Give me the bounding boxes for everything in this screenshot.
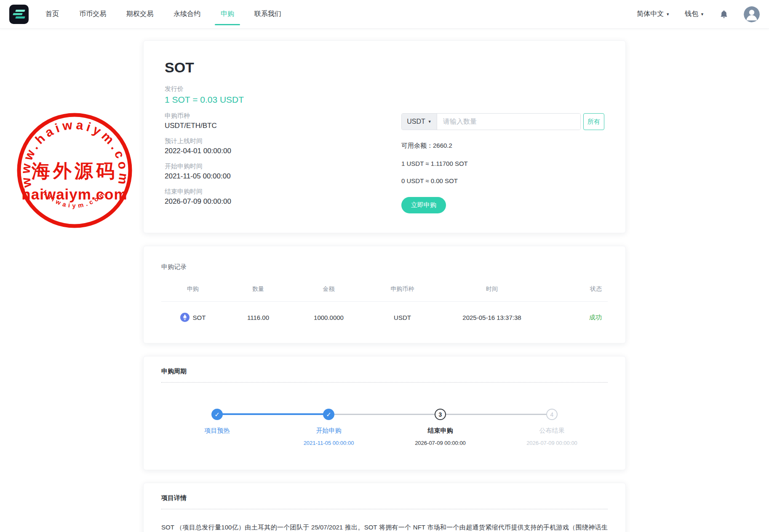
column-header: 数量: [224, 285, 292, 301]
currency-dropdown-value: USDT: [407, 118, 425, 125]
language-selector[interactable]: 简体中文 ▼: [637, 10, 670, 19]
dotted-divider: [161, 509, 608, 509]
end-time-label: 结束申购时间: [165, 188, 401, 196]
stamp-ring-text: www.haiwaiym.com: [18, 117, 131, 189]
caret-down-icon: ▼: [428, 120, 432, 124]
currency-dropdown[interactable]: USDT ▼: [402, 114, 437, 130]
column-header: 申购: [161, 285, 224, 301]
start-time-label: 开始申购时间: [165, 162, 401, 170]
details-title: 项目详情: [161, 494, 608, 502]
wallet-label: 钱包: [685, 10, 698, 19]
project-description: SOT （项目总发行量100亿）由土耳其的一个团队于 25/07/2021 推出…: [161, 521, 608, 532]
nav-item-perpetual[interactable]: 永续合约: [173, 7, 201, 21]
stamp-bottom-text: haiwaiym.com: [41, 189, 108, 209]
caret-down-icon: ▼: [700, 12, 704, 16]
nav-item-contact[interactable]: 联系我们: [254, 7, 282, 21]
pay-currency-value: USDT/ETH/BTC: [165, 122, 401, 130]
language-label: 简体中文: [637, 10, 664, 19]
records-card: 申购记录 申购 数量 金额 申购币种 时间 状态 SOT 1116.00: [143, 246, 626, 343]
timeline-step-end: 3 结束申购 2026-07-09 00:00:00: [384, 409, 496, 446]
app-logo-icon[interactable]: [9, 5, 29, 24]
start-time-value: 2021-11-05 00:00:00: [165, 172, 401, 181]
notification-bell-icon[interactable]: [719, 10, 729, 19]
svg-text:haiwaiym.com: haiwaiym.com: [41, 189, 108, 209]
eth-coin-icon: [180, 313, 190, 322]
record-currency: USDT: [366, 303, 439, 321]
records-table: 申购 数量 金额 申购币种 时间 状态 SOT 1116.00 1000.000…: [161, 285, 608, 322]
nav-item-options-trade[interactable]: 期权交易: [125, 7, 154, 21]
stamp-center-domain: haiwaiym.com: [21, 186, 127, 202]
record-amount: 1116.00: [224, 303, 292, 321]
column-header: 申购币种: [366, 285, 439, 301]
timeline-step-preheat: ✓ 项目预热: [161, 409, 273, 446]
logo-bar: [13, 13, 23, 15]
watermark-stamp: www.haiwaiym.com 海外源码 haiwaiym.com haiwa…: [15, 111, 134, 230]
step-label: 结束申购: [428, 427, 453, 435]
nav-right: 简体中文 ▼ 钱包 ▼: [637, 6, 760, 22]
rate-line-1: 1 USDT ≈ 1.11700 SOT: [401, 160, 604, 167]
all-button[interactable]: 所有: [583, 113, 604, 130]
column-header: 时间: [439, 285, 545, 301]
navbar: 首页 币币交易 期权交易 永续合约 申购 联系我们 简体中文 ▼ 钱包 ▼: [0, 0, 769, 29]
timeline-step-result: 4 公布结果 2026-07-09 00:00:00: [496, 409, 608, 446]
logo-bar: [15, 10, 25, 12]
cycle-title: 申购周期: [161, 367, 608, 375]
end-time-value: 2026-07-09 00:00:00: [165, 197, 401, 206]
details-card: 项目详情 SOT （项目总发行量100亿）由土耳其的一个团队于 25/07/20…: [143, 483, 626, 532]
purchase-panel: USDT ▼ 所有 可用余额：2660.2 1 USDT ≈ 1.11700 S…: [401, 113, 604, 213]
svg-text:www.haiwaiym.com: www.haiwaiym.com: [18, 117, 131, 189]
logo-bar: [15, 16, 25, 19]
record-total: 1000.0000: [292, 303, 366, 321]
step-number: 3: [435, 409, 446, 420]
records-title: 申购记录: [161, 263, 608, 271]
step-label: 公布结果: [539, 427, 565, 435]
record-coin-name: SOT: [193, 314, 206, 321]
subscription-card: SOT 发行价 1 SOT = 0.03 USDT 申购币种 USDT/ETH/…: [143, 40, 626, 233]
nav-menu: 首页 币币交易 期权交易 永续合约 申购 联系我们: [45, 7, 282, 21]
record-status-badge: 成功: [545, 303, 608, 322]
wallet-menu[interactable]: 钱包 ▼: [685, 10, 704, 19]
rate-line-2: 0 USDT ≈ 0.00 SOT: [401, 177, 604, 184]
dotted-divider: [161, 382, 608, 383]
step-label: 开始申购: [316, 427, 342, 435]
record-time: 2025-05-16 13:37:38: [439, 303, 545, 321]
subscribe-now-button[interactable]: 立即申购: [401, 197, 446, 213]
column-header: 金额: [292, 285, 366, 301]
token-symbol: SOT: [165, 59, 401, 76]
launch-time-label: 预计上线时间: [165, 137, 401, 145]
step-date: 2026-07-09 00:00:00: [415, 440, 466, 446]
step-date: 2021-11-05 00:00:00: [304, 440, 354, 446]
table-row-coin: SOT: [161, 302, 224, 322]
table-divider: [161, 301, 608, 302]
step-date: 2026-07-09 00:00:00: [526, 440, 577, 446]
cycle-card: 申购周期 ✓ 项目预热 ✓ 开始申购 2021-11-05 00:00:00: [143, 356, 626, 470]
issue-price-label: 发行价: [165, 85, 401, 93]
pay-currency-label: 申购币种: [165, 112, 401, 120]
nav-item-subscribe[interactable]: 申购: [220, 7, 235, 21]
nav-item-spot-trade[interactable]: 币币交易: [78, 7, 107, 21]
step-label: 项目预热: [205, 427, 230, 435]
step-number: 4: [546, 409, 558, 420]
caret-down-icon: ▼: [666, 12, 670, 16]
column-header: 状态: [545, 285, 608, 301]
stamp-center-name: 海外源码: [31, 161, 117, 181]
amount-input-group: USDT ▼: [401, 113, 581, 130]
check-icon: ✓: [323, 409, 334, 420]
main-content: SOT 发行价 1 SOT = 0.03 USDT 申购币种 USDT/ETH/…: [143, 40, 626, 532]
check-icon: ✓: [211, 409, 223, 420]
user-avatar[interactable]: [744, 6, 760, 22]
sale-info: SOT 发行价 1 SOT = 0.03 USDT 申购币种 USDT/ETH/…: [165, 59, 401, 213]
timeline-step-start: ✓ 开始申购 2021-11-05 00:00:00: [273, 409, 384, 446]
available-balance: 可用余额：2660.2: [401, 142, 604, 150]
issue-price-value: 1 SOT = 0.03 USDT: [165, 95, 401, 105]
amount-input[interactable]: [437, 114, 580, 130]
nav-item-home[interactable]: 首页: [45, 7, 60, 21]
launch-time-value: 2022-04-01 00:00:00: [165, 147, 401, 155]
subscription-timeline: ✓ 项目预热 ✓ 开始申购 2021-11-05 00:00:00 3 结束申购…: [161, 409, 608, 446]
